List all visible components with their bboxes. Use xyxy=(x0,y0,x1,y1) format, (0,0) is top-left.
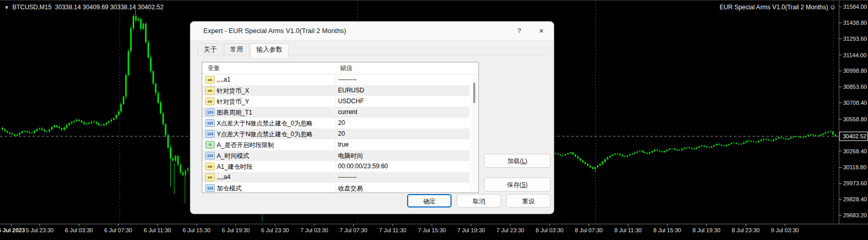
param-value[interactable]: EURUSD xyxy=(338,87,364,94)
param-value[interactable]: --------- xyxy=(338,173,357,181)
param-name: X点差大于N微点禁止建仓_0为忽略 xyxy=(217,119,313,128)
param-name: 针对货币_X xyxy=(217,87,249,95)
string-param-icon: ab xyxy=(205,98,215,105)
number-param-icon: 123 xyxy=(205,184,215,192)
table-row[interactable]: ab针对货币_XEURUSD xyxy=(202,85,470,96)
param-value[interactable]: 00:00:00/23:59:60 xyxy=(338,163,388,170)
table-scrollbar[interactable] xyxy=(471,75,477,191)
number-param-icon: 123 xyxy=(205,108,215,116)
param-name: 加仓模式 xyxy=(217,184,242,193)
svg-text:30402.52: 30402.52 xyxy=(843,133,866,139)
svg-text:6 Jul 03:30: 6 Jul 03:30 xyxy=(65,227,93,233)
table-row[interactable]: 123Y点差大于N微点禁止建仓_0为忽略20 xyxy=(202,129,470,139)
symbol-dropdown-arrow[interactable]: ▼ xyxy=(4,5,9,10)
svg-text:30268.40: 30268.40 xyxy=(843,148,867,154)
string-param-icon: ab xyxy=(205,76,215,84)
ohlc-values: 30338.14 30409.69 30338.14 30402.52 xyxy=(55,4,164,11)
svg-text:31438.80: 31438.80 xyxy=(843,20,867,26)
svg-text:30118.80: 30118.80 xyxy=(843,164,866,170)
string-param-icon: ab xyxy=(205,163,215,170)
save-label: 保存( xyxy=(507,181,521,188)
load-label-suffix: ) xyxy=(525,157,527,165)
table-row[interactable]: 123X点差大于N微点禁止建仓_0为忽略20 xyxy=(202,118,470,129)
reset-button[interactable]: 重设 xyxy=(506,194,551,207)
table-row[interactable]: 123图表周期_T1current xyxy=(202,107,470,118)
svg-text:6 Jul 15:30: 6 Jul 15:30 xyxy=(183,227,211,233)
bool-param-icon: ≈ xyxy=(205,141,215,149)
svg-text:6 Jul 23:30: 6 Jul 23:30 xyxy=(261,227,289,233)
column-header-variable: 变量 xyxy=(207,64,220,73)
help-button[interactable]: ? xyxy=(511,25,527,37)
param-name: ,,,,a1 xyxy=(217,76,231,83)
svg-text:31144.00: 31144.00 xyxy=(843,52,866,58)
svg-text:29683.20: 29683.20 xyxy=(843,212,867,218)
svg-text:31584.00: 31584.00 xyxy=(843,4,867,10)
table-row[interactable]: ab针对货币_YUSDCHF xyxy=(202,96,470,107)
svg-text:5 Jul 2023: 5 Jul 2023 xyxy=(0,227,25,233)
symbol-timeframe-label: BTCUSD,M15 xyxy=(12,4,52,11)
table-rows: ab,,,,a1---------ab针对货币_XEURUSDab针对货币_YU… xyxy=(202,74,478,193)
save-button[interactable]: 保存(S) xyxy=(484,178,551,191)
number-param-icon: 123 xyxy=(205,130,215,138)
param-name: 图表周期_T1 xyxy=(217,108,252,117)
param-name: A_时间模式 xyxy=(217,152,249,161)
table-row[interactable]: ab,,,,a4--------- xyxy=(202,172,470,183)
param-value[interactable]: USDCHF xyxy=(338,98,364,105)
svg-text:7 Jul 19:30: 7 Jul 19:30 xyxy=(457,227,485,233)
svg-text:8 Jul 23:30: 8 Jul 23:30 xyxy=(732,227,760,233)
tab-inputs[interactable]: 输入参数 xyxy=(250,43,288,57)
param-value[interactable]: 电脑时间 xyxy=(338,152,363,161)
cancel-button[interactable]: 取消 xyxy=(457,194,501,207)
tab-strip-divider xyxy=(197,55,547,55)
string-param-icon: ab xyxy=(205,87,215,94)
svg-text:30558.80: 30558.80 xyxy=(843,116,867,122)
expert-properties-dialog: Expert - EUR Special Arms V1.0(Trail 2 M… xyxy=(190,21,554,214)
mt4-terminal-window: 31584.0031438.8031293.6031144.0030998.80… xyxy=(0,0,868,240)
svg-text:7 Jul 03:30: 7 Jul 03:30 xyxy=(300,227,328,233)
svg-text:29828.40: 29828.40 xyxy=(843,196,867,202)
svg-text:7 Jul 15:30: 7 Jul 15:30 xyxy=(418,227,446,233)
svg-text:6 Jul 19:30: 6 Jul 19:30 xyxy=(222,227,250,233)
param-value[interactable]: true xyxy=(338,141,349,148)
param-name: A_是否开启时段限制 xyxy=(217,141,274,150)
svg-text:8 Jul 19:30: 8 Jul 19:30 xyxy=(693,227,720,233)
param-value[interactable]: 20 xyxy=(338,119,345,126)
table-row[interactable]: 123A_时间模式电脑时间 xyxy=(202,150,470,161)
param-name: A1_建仓时段 xyxy=(217,163,252,171)
save-label-suffix: ) xyxy=(526,181,528,188)
param-name: ,,,,a4 xyxy=(217,173,231,181)
table-row[interactable]: ab,,,,a1--------- xyxy=(202,74,470,85)
ok-button[interactable]: 确定 xyxy=(407,194,452,207)
table-header: 变量 赋值 xyxy=(202,62,478,74)
table-row[interactable]: abA1_建仓时段00:00:00/23:59:60 xyxy=(202,161,470,172)
param-value[interactable]: --------- xyxy=(338,76,357,83)
string-param-icon: ab xyxy=(205,173,215,181)
symbol-ohlc-label: ▼BTCUSD,M15 30338.14 30409.69 30338.14 3… xyxy=(4,4,164,11)
ea-smiley-icon[interactable]: ☺ xyxy=(829,3,836,11)
load-accelerator: L xyxy=(522,157,525,165)
load-button[interactable]: 加载(L) xyxy=(484,154,551,168)
svg-text:8 Jul 03:30: 8 Jul 03:30 xyxy=(536,227,564,233)
svg-text:30708.40: 30708.40 xyxy=(843,100,867,106)
dialog-title: Expert - EUR Special Arms V1.0(Trail 2 M… xyxy=(203,27,346,35)
table-row[interactable]: ≈A_是否开启时段限制true xyxy=(202,139,470,150)
param-name: Y点差大于N微点禁止建仓_0为忽略 xyxy=(217,130,313,139)
parameters-table[interactable]: 变量 赋值 ab,,,,a1---------ab针对货币_XEURUSDab针… xyxy=(202,62,479,193)
param-value[interactable]: 20 xyxy=(338,130,345,137)
svg-text:7 Jul 23:30: 7 Jul 23:30 xyxy=(496,227,524,233)
param-value[interactable]: 收盘交易 xyxy=(338,184,363,193)
param-value[interactable]: current xyxy=(338,108,357,116)
svg-text:7 Jul 11:30: 7 Jul 11:30 xyxy=(379,227,406,233)
svg-text:8 Jul 07:30: 8 Jul 07:30 xyxy=(575,227,603,233)
svg-text:30853.60: 30853.60 xyxy=(843,84,867,90)
svg-text:7 Jul 07:30: 7 Jul 07:30 xyxy=(340,227,367,233)
svg-text:9 Jul 03:30: 9 Jul 03:30 xyxy=(771,227,799,233)
svg-text:8 Jul 15:30: 8 Jul 15:30 xyxy=(653,227,681,233)
ea-name-label: EUR Special Arms V1.0(Trail 2 Months)☺ xyxy=(719,3,836,11)
table-row[interactable]: 123加仓模式收盘交易 xyxy=(202,183,470,193)
dialog-title-bar[interactable]: Expert - EUR Special Arms V1.0(Trail 2 M… xyxy=(190,22,554,41)
close-icon[interactable]: ✕ xyxy=(533,25,550,37)
svg-text:5 Jul 23:30: 5 Jul 23:30 xyxy=(26,227,54,233)
ea-title-text: EUR Special Arms V1.0(Trail 2 Months) xyxy=(719,4,828,11)
scrollbar-thumb[interactable] xyxy=(473,83,475,103)
